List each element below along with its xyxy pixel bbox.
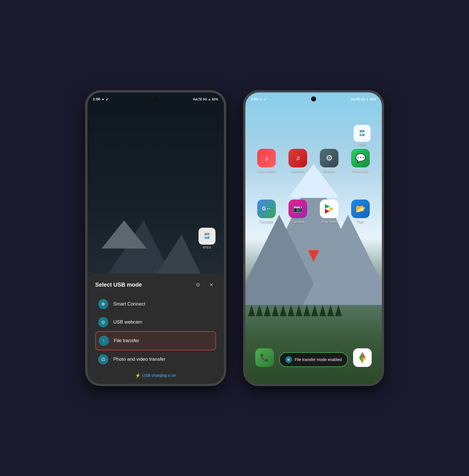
- ntes-app-icon-phone2[interactable]: 網易財經: [354, 125, 371, 142]
- app-files[interactable]: 📂 Files: [348, 200, 373, 224]
- file-transfer-label: File transfer: [114, 338, 139, 344]
- usb-settings-icon[interactable]: ⚙: [193, 280, 202, 289]
- phone-1: 1:50 ● ↙ VoLTE 5G ▲ 82% 網易財經 NTES Select…: [85, 90, 226, 386]
- dock-phone-icon[interactable]: 📞: [255, 348, 274, 367]
- usb-charging-info: ⚡ USB charging is on: [95, 373, 216, 378]
- translate-icon: G↔: [257, 200, 276, 218]
- photo-video-icon: ⊡: [98, 354, 108, 364]
- app-play-store[interactable]: Play Store: [316, 200, 342, 224]
- phone-1-screen: 1:50 ● ↙ VoLTE 5G ▲ 82% 網易財經 NTES Select…: [87, 92, 224, 384]
- status-right-phone2: VoLTE 5G ▲ 82%: [351, 98, 376, 101]
- classical-icon: ♬: [289, 149, 307, 167]
- usb-webcam-label: USB webcam: [113, 319, 142, 325]
- smart-connect-label: Smart Connect: [113, 301, 145, 307]
- whatsapp-label: WhatsApp: [353, 169, 368, 173]
- usb-option-webcam[interactable]: ◎ USB webcam: [95, 313, 216, 331]
- settings-label: Settings: [323, 169, 335, 173]
- app-camera[interactable]: 📷 Camera: [285, 200, 311, 224]
- signal-icons-phone1: VoLTE 5G ▲ 82%: [193, 98, 218, 101]
- app-classical[interactable]: ♬ Classical: [285, 149, 311, 173]
- whatsapp-icon-phone2: ●: [260, 97, 262, 101]
- lightning-icon: ⚡: [135, 373, 141, 378]
- app-apple-music[interactable]: ♪ Apple Music: [254, 149, 279, 173]
- usb-option-smart-connect[interactable]: ⊕ Smart Connect: [95, 295, 216, 313]
- svg-marker-1: [325, 209, 330, 214]
- status-right-phone1: VoLTE 5G ▲ 82%: [193, 98, 218, 101]
- status-left-phone2: 1:50 ● ↙: [251, 97, 267, 101]
- red-arrow-indicator: [308, 250, 319, 262]
- dock-chrome-icon[interactable]: [353, 348, 372, 367]
- trees-area: [248, 282, 379, 316]
- status-bar-phone2: 1:50 ● ↙ VoLTE 5G ▲ 82%: [245, 92, 382, 104]
- app-grid-row2: G↔ Translate 📷 Camera: [245, 200, 382, 224]
- apple-music-label: Apple Music: [257, 169, 276, 173]
- ntes-app-icon-phone1[interactable]: 網易財經: [199, 228, 215, 245]
- camera-icon: 📷: [289, 200, 307, 218]
- toast-message: File transfer mode enabled: [295, 357, 342, 362]
- signal-icons-phone2: VoLTE 5G ▲ 82%: [351, 98, 376, 101]
- file-transfer-icon: ↑: [99, 336, 109, 346]
- ntes-app-container-phone1: 網易財經 NTES: [199, 228, 215, 249]
- webcam-icon: ◎: [98, 317, 108, 327]
- usb-sheet-actions: ⚙ ✕: [193, 280, 216, 289]
- svg-marker-0: [325, 204, 330, 209]
- phone-status-icon: ↙: [106, 97, 109, 101]
- app-whatsapp[interactable]: 💬 WhatsApp: [348, 149, 373, 173]
- play-store-icon: [320, 200, 338, 218]
- usb-option-file-transfer[interactable]: ↑ File transfer: [95, 331, 216, 350]
- ntes-app-container-phone2: 網易財經 NTES: [354, 125, 371, 146]
- phone-icon-phone2: ↙: [264, 97, 267, 101]
- ntes-label-phone1: NTES: [203, 246, 211, 249]
- toast-connect-icon: ⊕: [285, 356, 292, 363]
- apple-music-icon: ♪: [257, 149, 276, 167]
- svg-marker-4: [330, 207, 333, 211]
- whatsapp-status-icon: ●: [102, 97, 104, 101]
- usb-close-icon[interactable]: ✕: [207, 280, 216, 289]
- app-translate[interactable]: G↔ Translate: [254, 200, 279, 224]
- status-bar-phone1: 1:50 ● ↙ VoLTE 5G ▲ 82%: [87, 92, 224, 104]
- phone-2: 1:50 ● ↙ VoLTE 5G ▲ 82% 網易財經 NTES ♪ Appl…: [243, 90, 384, 386]
- usb-sheet-header: Select USB mode ⚙ ✕: [95, 280, 216, 289]
- app-grid-row1: ♪ Apple Music ♬ Classical ⚙ Settings 💬 W…: [245, 149, 382, 173]
- file-transfer-toast: ⊕ File transfer mode enabled: [279, 352, 348, 367]
- classical-label: Classical: [291, 169, 305, 173]
- whatsapp-icon: 💬: [351, 149, 370, 167]
- app-settings[interactable]: ⚙ Settings: [316, 149, 342, 173]
- status-left: 1:50 ● ↙: [93, 97, 109, 101]
- smart-connect-icon: ⊕: [98, 299, 108, 309]
- photo-video-label: Photo and video transfer: [113, 357, 166, 362]
- camera-label: Camera: [292, 220, 304, 224]
- ntes-label-phone2: NTES: [358, 143, 366, 146]
- translate-label: Translate: [259, 220, 274, 224]
- files-label: Files: [357, 220, 364, 224]
- time-phone2: 1:50: [251, 97, 258, 101]
- settings-icon: ⚙: [320, 149, 338, 167]
- phone-2-screen: 1:50 ● ↙ VoLTE 5G ▲ 82% 網易財經 NTES ♪ Appl…: [245, 92, 382, 384]
- files-icon: 📂: [351, 200, 370, 218]
- time-phone1: 1:50: [93, 97, 100, 101]
- usb-option-photo-video[interactable]: ⊡ Photo and video transfer: [95, 350, 216, 368]
- usb-sheet-title: Select USB mode: [95, 282, 142, 288]
- play-store-label: Play Store: [321, 220, 337, 224]
- usb-charging-text: USB charging is on: [142, 373, 176, 378]
- usb-mode-sheet: Select USB mode ⚙ ✕ ⊕ Smart Connect ◎: [87, 274, 224, 384]
